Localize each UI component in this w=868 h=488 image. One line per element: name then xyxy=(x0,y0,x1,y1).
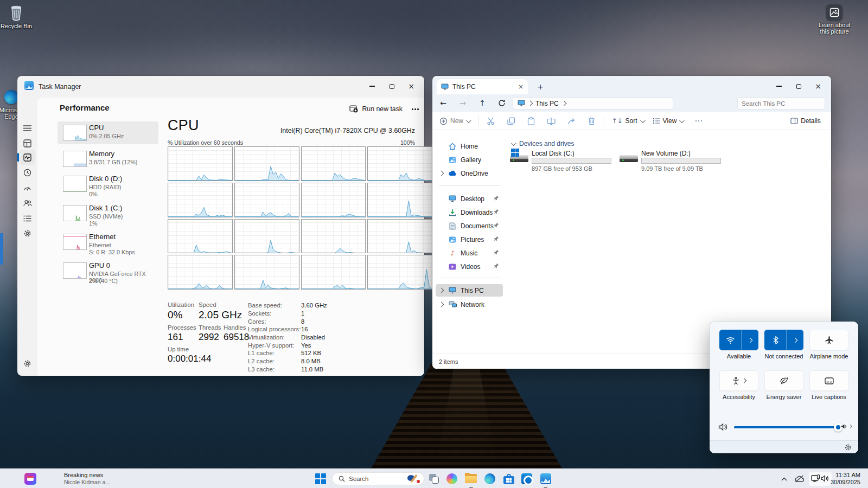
cpu-heading: CPU xyxy=(168,117,199,134)
sidebar-item-onedrive[interactable]: OneDrive xyxy=(436,167,503,179)
bluetooth-tile[interactable] xyxy=(764,330,803,350)
copilot-icon xyxy=(446,473,457,484)
users-icon[interactable] xyxy=(23,198,32,208)
back-icon[interactable]: ← xyxy=(437,97,450,109)
settings-gear-icon[interactable] xyxy=(844,444,852,451)
expand-chevron-icon[interactable] xyxy=(439,288,444,293)
outlook-button[interactable] xyxy=(521,473,533,485)
wifi-tile[interactable] xyxy=(719,330,758,350)
desktop-icon-recycle-bin[interactable]: Recycle Bin xyxy=(0,3,36,30)
search-input[interactable] xyxy=(742,100,825,107)
startup-apps-icon[interactable] xyxy=(23,183,32,192)
utilization-value: 0% xyxy=(168,309,182,321)
store-button[interactable] xyxy=(503,473,515,485)
desktop-icon-learn-about-picture[interactable]: Learn about this picture xyxy=(815,4,854,35)
pin-icon xyxy=(494,249,499,255)
metric-item-ethernet[interactable]: Ethernet Ethernet S: 0 R: 32.0 Kbps xyxy=(58,230,158,258)
airplane-mode-tile[interactable] xyxy=(809,330,848,350)
wifi-expand-button[interactable] xyxy=(742,330,758,350)
paste-button[interactable] xyxy=(525,115,538,127)
details-icon[interactable] xyxy=(23,214,32,223)
clock[interactable]: 11:31 AM 30/09/2025 xyxy=(831,472,860,486)
services-icon[interactable] xyxy=(23,229,32,238)
section-devices-and-drives[interactable]: Devices and drives xyxy=(511,140,574,147)
performance-icon[interactable] xyxy=(23,153,32,162)
processes-icon[interactable] xyxy=(23,139,32,148)
live-captions-tile[interactable] xyxy=(809,370,848,391)
breadcrumb-this-pc[interactable]: This PC xyxy=(535,100,559,107)
details-pane-button[interactable]: Details xyxy=(787,115,825,127)
taskbar-search[interactable]: Search xyxy=(332,472,424,485)
explorer-tab[interactable]: This PC × xyxy=(437,79,528,94)
app-history-icon[interactable] xyxy=(23,168,32,177)
new-tab-button[interactable]: + xyxy=(534,81,546,93)
bluetooth-expand-button[interactable] xyxy=(787,330,803,350)
close-button[interactable]: × xyxy=(808,79,828,93)
bluetooth-icon[interactable] xyxy=(765,330,787,350)
task-manager-button[interactable] xyxy=(540,473,552,485)
drive-new-volume-d[interactable]: New Volume (D:) 9.09 TB free of 9.09 TB xyxy=(620,150,735,175)
copilot-button[interactable] xyxy=(446,473,458,485)
sidebar-item-home[interactable]: Home xyxy=(436,140,503,152)
drive-local-disk-c[interactable]: Local Disk (C:) 897 GB free of 953 GB xyxy=(510,150,625,175)
maximize-button[interactable] xyxy=(382,79,401,93)
see-more-button[interactable] xyxy=(692,115,706,127)
sidebar-item-desktop[interactable]: Desktop xyxy=(436,192,503,205)
copy-button[interactable] xyxy=(505,115,518,127)
cpu-core-chart xyxy=(234,146,299,181)
sidebar-item-documents[interactable]: Documents xyxy=(436,220,503,232)
energy-saver-tile[interactable] xyxy=(764,370,803,391)
volume-slider[interactable] xyxy=(734,426,841,428)
speaker-icon[interactable] xyxy=(718,422,729,432)
close-button[interactable]: × xyxy=(401,79,421,93)
rename-button[interactable] xyxy=(545,115,558,127)
sidebar-item-pictures[interactable]: Pictures xyxy=(436,233,503,246)
system-tray-pill[interactable] xyxy=(809,472,832,486)
new-button[interactable]: New xyxy=(438,115,471,127)
tab-close-icon[interactable]: × xyxy=(518,83,524,91)
view-button[interactable]: View xyxy=(649,115,686,127)
maximize-button[interactable] xyxy=(789,79,808,93)
refresh-icon[interactable] xyxy=(495,97,508,109)
metric-item-gpu[interactable]: GPU 0 NVIDIA GeForce RTX 2080 2% (40 °C) xyxy=(58,259,158,286)
sort-button[interactable]: ↑↓ Sort xyxy=(610,115,645,127)
task-view-button[interactable] xyxy=(428,473,440,485)
metric-item-disk1[interactable]: Disk 1 (C:) SSD (NVMe) 1% xyxy=(58,202,158,229)
sidebar-item-network[interactable]: Network xyxy=(436,298,503,311)
minimize-button[interactable] xyxy=(362,79,382,93)
edge-button[interactable] xyxy=(484,473,496,485)
menu-icon[interactable] xyxy=(23,124,32,133)
delete-button[interactable] xyxy=(585,115,598,127)
quick-settings-panel: Available Not connected Airplane mode Ac… xyxy=(710,322,858,453)
address-bar[interactable]: This PC xyxy=(513,97,673,110)
sidebar-item-videos[interactable]: Videos xyxy=(436,260,503,273)
metric-item-disk0[interactable]: Disk 0 (D:) HDD (RAID) 0% xyxy=(58,172,158,200)
accessibility-tile[interactable] xyxy=(719,370,758,391)
metric-item-memory[interactable]: Memory 3.8/31.7 GB (12%) xyxy=(58,147,158,170)
sidebar-item-gallery[interactable]: Gallery xyxy=(436,153,503,166)
search-box[interactable] xyxy=(737,97,825,110)
sidebar-item-music[interactable]: ♪ Music xyxy=(436,247,503,259)
file-explorer-button[interactable] xyxy=(465,473,477,485)
sidebar-item-this-pc[interactable]: This PC xyxy=(436,284,503,297)
run-new-task-button[interactable]: Run new task xyxy=(345,103,407,115)
onedrive-tray-button[interactable] xyxy=(793,473,805,485)
windows-logo-icon xyxy=(315,473,326,484)
share-button[interactable] xyxy=(565,115,578,127)
more-options-button[interactable] xyxy=(410,106,421,112)
metric-item-cpu[interactable]: CPU 0% 2.05 GHz xyxy=(58,121,158,144)
task-manager-titlebar[interactable]: Task Manager × xyxy=(17,76,424,98)
sidebar-item-downloads[interactable]: Downloads xyxy=(436,206,503,219)
start-button[interactable] xyxy=(315,473,327,485)
cut-button[interactable] xyxy=(484,115,497,127)
audio-output-button[interactable] xyxy=(841,423,852,430)
expand-chevron-icon[interactable] xyxy=(439,302,444,307)
minimize-button[interactable] xyxy=(769,79,789,93)
wifi-icon[interactable] xyxy=(720,330,742,350)
forward-icon[interactable]: → xyxy=(456,97,469,109)
widgets-button[interactable]: Breaking news Nicole Kidman a... xyxy=(20,469,123,488)
tray-overflow-button[interactable] xyxy=(778,473,790,485)
up-icon[interactable]: ↑ xyxy=(476,97,489,109)
settings-icon[interactable] xyxy=(23,359,32,368)
expand-chevron-icon[interactable] xyxy=(439,171,444,176)
